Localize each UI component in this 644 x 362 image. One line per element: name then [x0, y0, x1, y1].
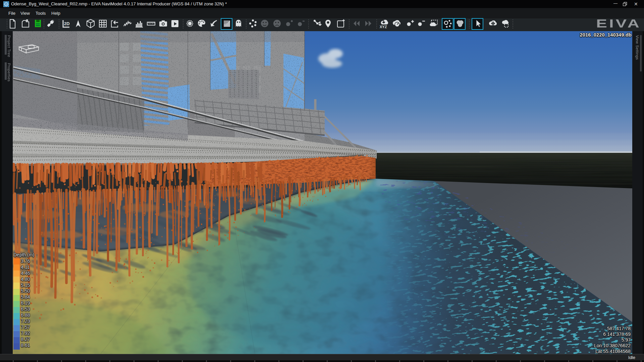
svg-text:XYZ: XYZ	[380, 25, 387, 29]
svg-text:2D: 2D	[64, 21, 70, 26]
